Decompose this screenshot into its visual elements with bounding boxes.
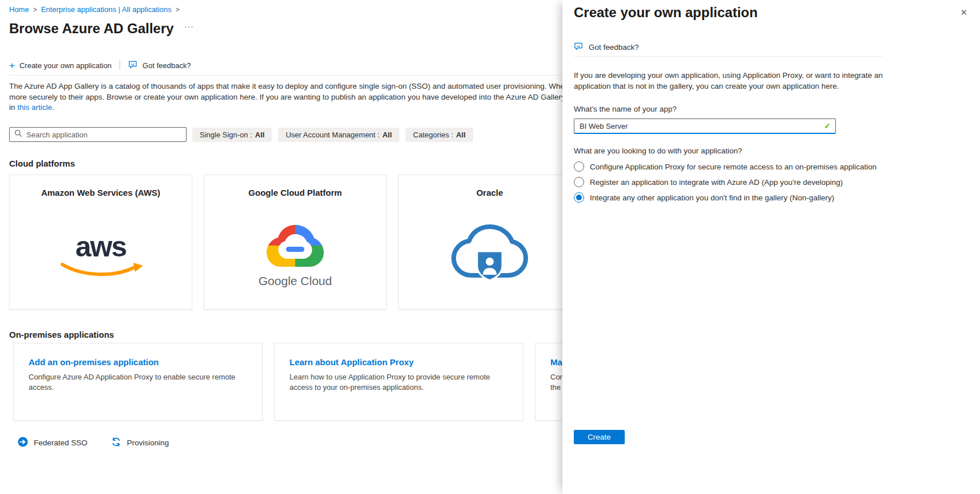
create-your-own-application-panel: Create your own application ✕ Got feedba… — [562, 0, 980, 494]
provisioning-label: Provisioning — [127, 438, 169, 447]
filter-single-sign-on[interactable]: Single Sign-on : All — [192, 128, 272, 142]
filter-label: User Account Management : — [285, 131, 379, 139]
feedback-icon — [128, 60, 138, 71]
got-feedback-button[interactable]: Got feedback? — [128, 60, 191, 71]
filter-user-account-management[interactable]: User Account Management : All — [278, 128, 399, 142]
description-text: . — [52, 103, 54, 112]
panel-title: Create your own application — [574, 5, 757, 21]
create-button-label: Create your own application — [19, 61, 112, 70]
panel-divider-line — [574, 56, 883, 57]
on-premises-heading: On-premises applications — [9, 330, 114, 339]
panel-feedback-label: Got feedback? — [589, 43, 639, 52]
filter-value: All — [382, 131, 392, 139]
option-non-gallery[interactable]: Integrate any other application you don'… — [574, 192, 876, 203]
page-title: Browse Azure AD Gallery — [9, 21, 174, 37]
oracle-cloud-logo — [399, 208, 581, 301]
google-cloud-icon — [265, 222, 325, 270]
oracle-card-title: Oracle — [399, 188, 581, 197]
search-application-input[interactable] — [26, 131, 181, 139]
app-name-field: ✓ — [574, 118, 836, 134]
create-button[interactable]: Create — [574, 430, 625, 444]
google-cloud-logo: Google Cloud — [204, 208, 386, 301]
radio-label[interactable]: Register an application to integrate wit… — [590, 178, 843, 187]
more-menu-icon[interactable]: ··· — [184, 22, 194, 31]
app-name-label: What's the name of your app? — [574, 105, 677, 113]
filter-label: Single Sign-on : — [200, 131, 252, 139]
aws-card[interactable]: Amazon Web Services (AWS) aws — [9, 175, 192, 310]
filter-label: Categories : — [413, 131, 453, 139]
option-register-application[interactable]: Register an application to integrate wit… — [574, 177, 876, 187]
plus-icon: + — [9, 61, 15, 70]
breadcrumb-separator-icon: > — [176, 6, 180, 14]
aws-smile-icon — [58, 262, 144, 277]
description-line: more securely to their apps. Browse or c… — [9, 92, 569, 103]
radio-label[interactable]: Integrate any other application you don'… — [590, 193, 834, 202]
legend: Federated SSO Provisioning — [17, 436, 169, 449]
option-application-proxy[interactable]: Configure Application Proxy for secure r… — [574, 161, 876, 172]
radio-label[interactable]: Configure Application Proxy for secure r… — [590, 163, 876, 171]
breadcrumb-enterprise-apps-link[interactable]: Enterprise applications | All applicatio… — [41, 5, 172, 14]
panel-got-feedback-link[interactable]: Got feedback? — [574, 41, 639, 53]
learn-about-application-proxy-card[interactable]: Learn about Application Proxy Learn how … — [274, 343, 523, 421]
breadcrumb-home-link[interactable]: Home — [9, 5, 29, 14]
app-purpose-label: What are you looking to do with your app… — [574, 147, 742, 155]
search-icon — [14, 129, 22, 140]
oracle-cloud-shield-icon — [447, 220, 533, 290]
radio-button[interactable] — [574, 161, 584, 172]
feedback-button-label: Got feedback? — [142, 61, 191, 70]
card-title: Add an on-premises application — [29, 357, 247, 367]
command-bar: + Create your own application Got feedba… — [9, 57, 191, 73]
radio-button[interactable] — [574, 192, 584, 203]
filter-value: All — [255, 131, 265, 139]
filter-pills: Single Sign-on : All User Account Manage… — [192, 128, 473, 142]
description-line: The Azure AD App Gallery is a catalog of… — [9, 81, 569, 92]
federated-sso-legend: Federated SSO — [17, 436, 88, 449]
toolbar-divider — [120, 61, 120, 70]
filter-categories[interactable]: Categories : All — [406, 128, 473, 142]
close-icon[interactable]: ✕ — [960, 7, 967, 18]
app-name-input[interactable] — [574, 118, 836, 134]
aws-card-title: Amazon Web Services (AWS) — [10, 188, 192, 197]
google-cloud-card[interactable]: Google Cloud Platform Google Cloud — [204, 175, 387, 310]
create-your-own-application-button[interactable]: + Create your own application — [9, 61, 112, 70]
feedback-icon — [574, 41, 584, 53]
google-cloud-logo-text: Google Cloud — [259, 274, 332, 288]
search-application-box — [9, 127, 187, 142]
aws-logo-text: aws — [76, 232, 126, 261]
app-purpose-options: Configure Application Proxy for secure r… — [574, 161, 876, 203]
panel-description: If you are developing your own applicati… — [574, 70, 897, 92]
breadcrumb: Home > Enterprise applications | All app… — [9, 5, 180, 14]
provisioning-legend: Provisioning — [110, 436, 169, 449]
federated-sso-label: Federated SSO — [34, 438, 88, 447]
gallery-description: The Azure AD App Gallery is a catalog of… — [9, 81, 569, 113]
card-description: Learn how to use Application Proxy to pr… — [289, 372, 508, 392]
description-line: in this article. — [9, 102, 569, 113]
validation-check-icon: ✓ — [824, 121, 831, 131]
description-text: in — [9, 103, 17, 112]
provisioning-icon — [110, 436, 122, 449]
oracle-card[interactable]: Oracle — [398, 175, 581, 310]
google-cloud-card-title: Google Cloud Platform — [204, 188, 386, 197]
cloud-platform-cards: Amazon Web Services (AWS) aws Google Clo… — [9, 175, 581, 310]
breadcrumb-separator-icon: > — [33, 6, 37, 14]
aws-logo: aws — [10, 208, 192, 301]
cloud-platforms-heading: Cloud platforms — [9, 159, 75, 168]
card-description: Configure Azure AD Application Proxy to … — [29, 372, 247, 392]
filter-value: All — [456, 131, 466, 139]
radio-button[interactable] — [574, 177, 584, 187]
add-on-premises-application-card[interactable]: Add an on-premises application Configure… — [13, 343, 263, 421]
this-article-link[interactable]: this article — [17, 103, 52, 112]
card-title: Learn about Application Proxy — [289, 357, 508, 367]
federated-sso-icon — [17, 436, 29, 449]
